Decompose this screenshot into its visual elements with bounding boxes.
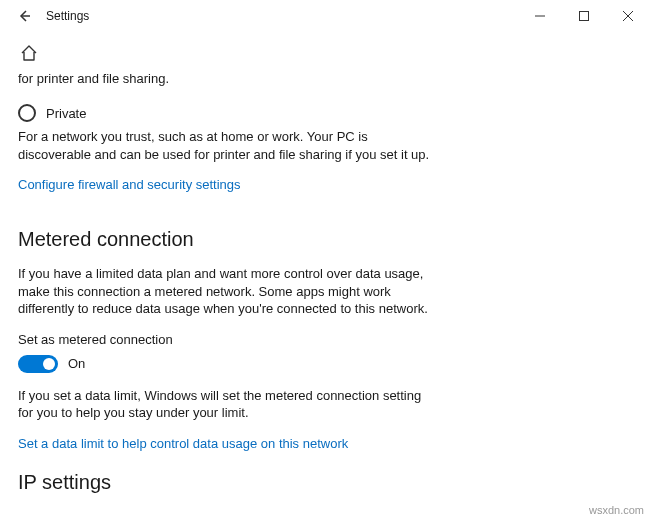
metered-toggle[interactable] — [18, 355, 58, 373]
close-button[interactable] — [606, 0, 650, 32]
metered-toggle-row: On — [18, 355, 632, 373]
back-arrow-icon — [16, 8, 32, 24]
home-row — [18, 42, 632, 65]
minimize-button[interactable] — [518, 0, 562, 32]
network-profile-private[interactable]: Private — [18, 104, 632, 122]
radio-label-private: Private — [46, 106, 86, 121]
titlebar: Settings — [0, 0, 650, 32]
firewall-settings-link[interactable]: Configure firewall and security settings — [18, 177, 241, 192]
minimize-icon — [535, 11, 545, 21]
watermark: wsxdn.com — [589, 504, 644, 516]
toggle-knob-icon — [43, 358, 55, 370]
maximize-icon — [579, 11, 589, 21]
maximize-button[interactable] — [562, 0, 606, 32]
window-controls — [518, 0, 650, 32]
home-button[interactable] — [18, 42, 40, 64]
private-description: For a network you trust, such as at home… — [18, 128, 438, 163]
home-icon — [20, 44, 38, 62]
ip-settings-heading: IP settings — [18, 471, 632, 494]
close-icon — [623, 11, 633, 21]
settings-content: for printer and file sharing. Private Fo… — [0, 32, 650, 494]
metered-toggle-state: On — [68, 356, 85, 371]
truncated-text: for printer and file sharing. — [18, 71, 632, 86]
metered-heading: Metered connection — [18, 228, 632, 251]
metered-description: If you have a limited data plan and want… — [18, 265, 438, 318]
back-button[interactable] — [10, 2, 38, 30]
data-limit-link[interactable]: Set a data limit to help control data us… — [18, 436, 348, 451]
radio-icon — [18, 104, 36, 122]
svg-rect-2 — [580, 12, 589, 21]
metered-limit-note: If you set a data limit, Windows will se… — [18, 387, 438, 422]
metered-toggle-label: Set as metered connection — [18, 332, 632, 347]
window-title: Settings — [46, 9, 89, 23]
